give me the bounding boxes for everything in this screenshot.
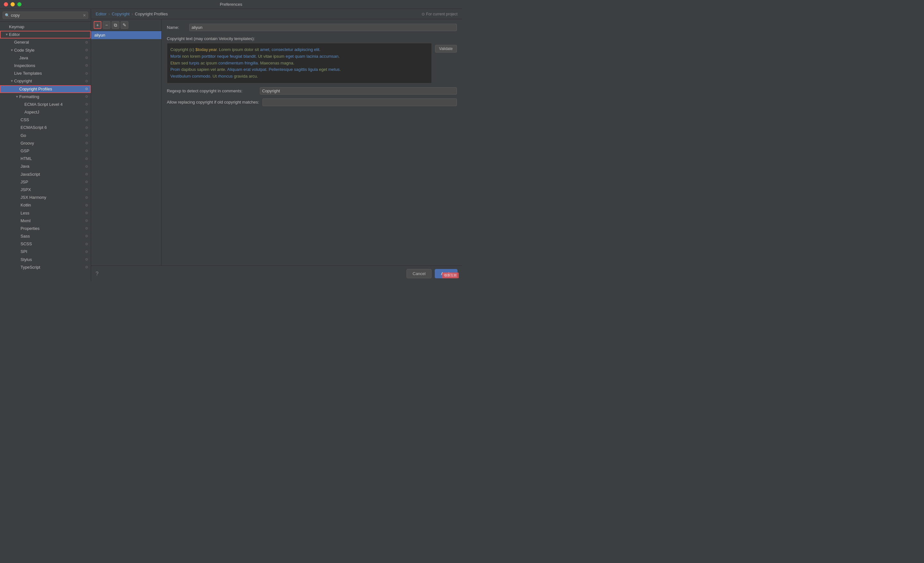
copyright-text-area[interactable]: Copyright (c) $today.year. Lorem ipsum d… bbox=[167, 43, 432, 83]
name-label: Name: bbox=[167, 24, 186, 30]
breadcrumb-sep2: › bbox=[132, 12, 133, 16]
sidebar-item-javascript[interactable]: JavaScript ⚙ bbox=[0, 171, 91, 178]
jspx-settings-icon: ⚙ bbox=[85, 187, 88, 192]
scss-label: SCSS bbox=[21, 241, 32, 247]
panel-body: + − ⧉ ✎ bbox=[91, 19, 462, 265]
inspections-label: Inspections bbox=[14, 63, 35, 69]
sidebar-item-kotlin[interactable]: Kotlin ⚙ bbox=[0, 201, 91, 209]
name-input[interactable] bbox=[189, 24, 457, 31]
sidebar-item-jsp[interactable]: JSP ⚙ bbox=[0, 178, 91, 186]
spi-settings-icon: ⚙ bbox=[85, 249, 88, 254]
css-settings-icon: ⚙ bbox=[85, 118, 88, 123]
cancel-button[interactable]: Cancel bbox=[406, 269, 432, 278]
java-format-label: Java bbox=[21, 163, 29, 169]
for-current-project[interactable]: ⊙ For current project bbox=[422, 12, 458, 16]
ecma4-label: ECMA Script Level 4 bbox=[24, 102, 63, 108]
sidebar-item-aspectj[interactable]: AspectJ ⚙ bbox=[0, 108, 91, 116]
sidebar-item-formatting[interactable]: ▼ Formatting ⚙ bbox=[0, 93, 91, 101]
sass-settings-icon: ⚙ bbox=[85, 234, 88, 238]
project-icon: ⊙ bbox=[422, 12, 425, 16]
code-style-toggle-icon: ▼ bbox=[10, 48, 14, 52]
sidebar-item-copyright-profiles[interactable]: Copyright Profiles ⚙ bbox=[0, 85, 91, 93]
bottom-bar: ? Cancel Apply bbox=[91, 265, 462, 282]
stylus-settings-icon: ⚙ bbox=[85, 257, 88, 262]
allow-input[interactable] bbox=[262, 99, 457, 106]
sidebar-item-jsx-harmony[interactable]: JSX Harmony ⚙ bbox=[0, 194, 91, 201]
inspections-settings-icon: ⚙ bbox=[85, 63, 88, 68]
copyright-profiles-settings-icon: ⚙ bbox=[85, 87, 88, 91]
java-label: Java bbox=[19, 55, 28, 61]
copy-profile-button[interactable]: ⧉ bbox=[112, 21, 119, 29]
preferences-window: Preferences 🔍 ✕ Keymap bbox=[0, 0, 462, 282]
sidebar-item-copyright[interactable]: ▼ Copyright ⚙ bbox=[0, 77, 91, 85]
profile-area: + − ⧉ ✎ bbox=[91, 19, 462, 265]
sidebar-item-less[interactable]: Less ⚙ bbox=[0, 210, 91, 217]
sidebar-item-properties[interactable]: Properties ⚙ bbox=[0, 225, 91, 232]
sidebar-item-inspections[interactable]: Inspections ⚙ bbox=[0, 62, 91, 70]
copyright-settings-icon: ⚙ bbox=[85, 79, 88, 84]
regexp-input[interactable] bbox=[260, 87, 457, 94]
sidebar-item-general[interactable]: General ⚙ bbox=[0, 39, 91, 46]
search-icon: 🔍 bbox=[5, 13, 10, 18]
help-icon[interactable]: ? bbox=[96, 271, 99, 277]
search-bar: 🔍 ✕ bbox=[0, 9, 91, 22]
validate-button[interactable]: Validate bbox=[435, 45, 457, 52]
add-icon: + bbox=[96, 23, 99, 27]
edit-profile-button[interactable]: ✎ bbox=[121, 21, 128, 29]
sidebar-item-mxml[interactable]: Mxml ⚙ bbox=[0, 217, 91, 225]
allow-label: Allow replacing copyright if old copyrig… bbox=[167, 100, 259, 105]
clear-search-icon[interactable]: ✕ bbox=[83, 13, 86, 18]
formatting-toggle-icon: ▼ bbox=[15, 94, 19, 99]
copyright-toggle-icon: ▼ bbox=[10, 79, 14, 83]
sidebar-item-html[interactable]: HTML ⚙ bbox=[0, 155, 91, 163]
sidebar-item-jspx[interactable]: JSPX ⚙ bbox=[0, 186, 91, 194]
sidebar-item-ecmascript6[interactable]: ECMAScript 6 ⚙ bbox=[0, 124, 91, 132]
search-input-wrap: 🔍 ✕ bbox=[3, 12, 88, 19]
sidebar-item-scss[interactable]: SCSS ⚙ bbox=[0, 240, 91, 248]
watermark: 创新互联 bbox=[442, 273, 459, 278]
sidebar-item-code-style[interactable]: ▼ Code Style ⚙ bbox=[0, 46, 91, 54]
profile-list-pane: + − ⧉ ✎ bbox=[91, 19, 162, 265]
sidebar-item-live-templates[interactable]: Live Templates ⚙ bbox=[0, 70, 91, 77]
mxml-label: Mxml bbox=[21, 218, 30, 224]
sidebar-item-go[interactable]: Go ⚙ bbox=[0, 132, 91, 139]
close-button[interactable] bbox=[4, 2, 8, 6]
maximize-button[interactable] bbox=[17, 2, 21, 6]
code-style-label: Code Style bbox=[14, 48, 34, 53]
profile-item-aliyun[interactable]: aliyun bbox=[91, 31, 161, 39]
jsp-settings-icon: ⚙ bbox=[85, 180, 88, 184]
sidebar-item-spi[interactable]: SPI ⚙ bbox=[0, 248, 91, 256]
breadcrumb-copyright[interactable]: Copyright bbox=[112, 12, 130, 16]
sidebar: 🔍 ✕ Keymap ▼ Editor bbox=[0, 9, 91, 282]
sidebar-item-gsp[interactable]: GSP ⚙ bbox=[0, 147, 91, 155]
minimize-button[interactable] bbox=[10, 2, 15, 6]
sidebar-item-ecma4[interactable]: ECMA Script Level 4 ⚙ bbox=[0, 101, 91, 108]
html-settings-icon: ⚙ bbox=[85, 156, 88, 161]
aspectj-label: AspectJ bbox=[24, 109, 39, 115]
aspectj-settings-icon: ⚙ bbox=[85, 110, 88, 114]
breadcrumb-editor[interactable]: Editor bbox=[96, 12, 106, 16]
tree: Keymap ▼ Editor General ⚙ bbox=[0, 22, 91, 282]
sidebar-item-java[interactable]: Java ⚙ bbox=[0, 54, 91, 62]
live-templates-label: Live Templates bbox=[14, 70, 42, 76]
sidebar-item-groovy[interactable]: Groovy ⚙ bbox=[0, 139, 91, 147]
sidebar-item-java-format[interactable]: Java ⚙ bbox=[0, 163, 91, 170]
sidebar-item-editor[interactable]: ▼ Editor bbox=[0, 31, 91, 39]
remove-icon: − bbox=[105, 23, 108, 27]
remove-profile-button[interactable]: − bbox=[103, 21, 110, 29]
jsx-harmony-label: JSX Harmony bbox=[21, 195, 46, 201]
java-settings-icon: ⚙ bbox=[85, 55, 88, 60]
sidebar-item-keymap[interactable]: Keymap bbox=[0, 23, 91, 31]
sidebar-item-css[interactable]: CSS ⚙ bbox=[0, 116, 91, 124]
breadcrumb: Editor › Copyright › Copyright Profiles … bbox=[91, 9, 462, 19]
jspx-label: JSPX bbox=[21, 187, 31, 193]
form-pane: Name: Copyright text (may contain Veloci… bbox=[162, 19, 462, 265]
jsx-harmony-settings-icon: ⚙ bbox=[85, 195, 88, 200]
add-profile-button[interactable]: + bbox=[94, 21, 101, 29]
sidebar-item-stylus[interactable]: Stylus ⚙ bbox=[0, 256, 91, 264]
groovy-settings-icon: ⚙ bbox=[85, 141, 88, 145]
search-input[interactable] bbox=[11, 13, 81, 18]
sidebar-item-typescript[interactable]: TypeScript ⚙ bbox=[0, 264, 91, 271]
sidebar-item-sass[interactable]: Sass ⚙ bbox=[0, 232, 91, 240]
kotlin-label: Kotlin bbox=[21, 202, 31, 208]
